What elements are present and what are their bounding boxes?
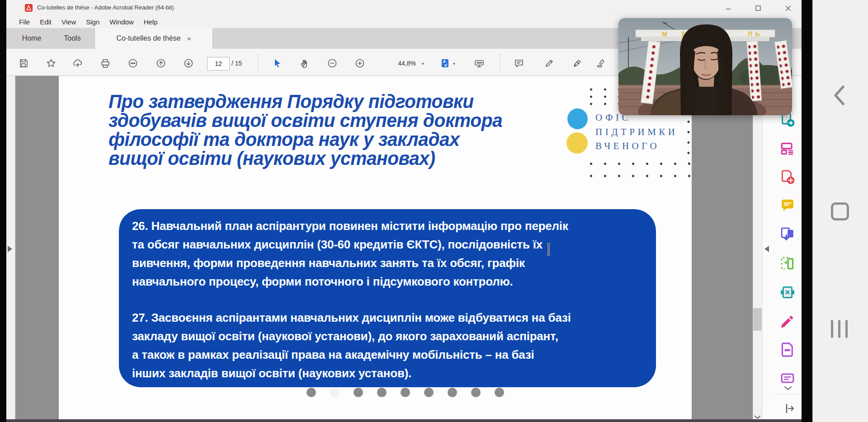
hand-tool-icon[interactable] xyxy=(299,57,311,69)
recents-bars-icon[interactable] xyxy=(831,320,848,338)
create-pdf-icon[interactable] xyxy=(779,169,796,185)
highlight-icon[interactable] xyxy=(543,57,555,69)
webcam-video-frame: М Е ЛЬ xyxy=(618,18,792,115)
select-tool-icon[interactable] xyxy=(271,57,283,69)
find-icon[interactable] xyxy=(127,57,139,69)
zoom-out-icon[interactable] xyxy=(326,57,338,69)
window-bottom-edge xyxy=(6,419,802,422)
paragraph-26-line: та обсяг навчальних дисциплін (30-60 кре… xyxy=(132,235,542,254)
page-fit-icon[interactable] xyxy=(439,57,451,69)
logo-yellow-circle xyxy=(566,132,588,154)
tab-tools[interactable]: Tools xyxy=(58,28,87,49)
tab-document-label: Co-tutelles de thèse xyxy=(116,34,180,42)
organize-pages-icon[interactable] xyxy=(779,255,796,272)
more-tools-icon[interactable] xyxy=(779,370,796,386)
slide-dot xyxy=(354,388,363,397)
tab-document[interactable]: Co-tutelles de thèse × xyxy=(94,28,213,49)
paragraph-27-line: інших закладів вищої освіти (наукових ус… xyxy=(132,364,411,383)
slide-dot xyxy=(495,388,504,397)
collapse-tools-panel-icon[interactable] xyxy=(764,246,769,254)
star-icon[interactable] xyxy=(45,57,57,69)
slide-dot xyxy=(307,388,316,397)
back-chevron-icon[interactable] xyxy=(833,85,845,108)
vertical-scrollbar-thumb[interactable] xyxy=(753,308,762,331)
presentation-screen-icon[interactable] xyxy=(473,57,485,69)
slide-title-line: філософії та доктора наук у закладах xyxy=(108,130,459,149)
zoom-in-icon[interactable] xyxy=(354,57,366,69)
combine-files-icon[interactable] xyxy=(779,226,796,243)
zoom-dropdown-caret-icon[interactable]: ▾ xyxy=(422,61,424,66)
fill-sign-icon[interactable] xyxy=(779,313,796,329)
slide-page-dots xyxy=(307,387,504,397)
paragraph-27-line: закладу вищої освіти (наукової установи)… xyxy=(132,327,558,346)
home-button-icon[interactable] xyxy=(831,202,849,220)
panel-divider xyxy=(774,394,800,394)
slide-dot xyxy=(424,388,434,397)
slide-title-line: здобувачів вищої освіти ступеня доктора xyxy=(108,111,502,130)
paragraph-27-line: а також в рамках реалізації права на ака… xyxy=(132,346,534,364)
toolbar-separator xyxy=(500,53,500,71)
slide-title-line: вищої освіти (наукових установах) xyxy=(108,149,435,168)
minimize-icon[interactable] xyxy=(719,4,737,13)
paragraph-26-line: 26. Навчальний план аспірантури повинен … xyxy=(132,217,568,235)
print-icon[interactable] xyxy=(99,57,111,69)
arch-text-right: ЛЬ xyxy=(748,30,763,38)
logo-dot-pattern xyxy=(685,117,692,163)
paragraph-26-line: навчального процесу, форми поточного і п… xyxy=(132,272,513,291)
logo-dot-pattern xyxy=(584,158,693,178)
page-fit-caret-icon[interactable]: ▾ xyxy=(453,61,455,66)
zoom-level-value[interactable]: 44,8% xyxy=(382,60,416,67)
menu-window[interactable]: Window xyxy=(109,18,133,26)
edit-pdf-icon[interactable] xyxy=(779,141,796,157)
slide-dot xyxy=(471,388,481,397)
vertical-scrollbar[interactable] xyxy=(753,76,762,419)
page-total-label: / 15 xyxy=(231,60,242,67)
comment-icon[interactable] xyxy=(513,57,525,69)
page-number-input[interactable] xyxy=(207,57,230,70)
next-page-icon[interactable] xyxy=(183,57,194,69)
compress-pdf-icon[interactable] xyxy=(779,284,796,300)
open-panel-icon[interactable] xyxy=(785,403,795,415)
menu-edit[interactable]: Edit xyxy=(40,18,52,26)
share-file-icon[interactable] xyxy=(72,57,84,69)
toolbar-separator xyxy=(258,53,258,71)
close-icon[interactable] xyxy=(779,4,797,13)
logo-text-line: ПІДТРИМКИ xyxy=(595,127,678,138)
adobe-pdf-icon xyxy=(25,4,33,14)
webcam-video-overlay[interactable]: М Е ЛЬ xyxy=(618,18,792,115)
slide-dot xyxy=(401,388,410,397)
logo-blue-circle xyxy=(567,108,588,129)
slide-dot xyxy=(448,388,457,397)
ibeam-cursor xyxy=(545,243,552,258)
menu-view[interactable]: View xyxy=(61,18,76,26)
scroll-down-icon[interactable] xyxy=(755,413,760,421)
menu-file[interactable]: File xyxy=(19,18,30,26)
expand-left-pane-icon[interactable] xyxy=(8,246,12,254)
logo-text-line: ВЧЕНОГО xyxy=(595,141,660,152)
menu-help[interactable]: Help xyxy=(144,18,158,26)
tab-home[interactable]: Home xyxy=(17,28,46,49)
previous-page-icon[interactable] xyxy=(155,57,167,69)
paragraph-27-line: 27. Засвоєння аспірантами навчальних дис… xyxy=(132,309,571,327)
comment-icon[interactable] xyxy=(779,198,796,214)
slide-dot xyxy=(377,388,387,397)
fill-sign-icon[interactable] xyxy=(571,57,583,69)
slide-title-line: Про затвердження Порядку підготовки xyxy=(108,92,474,111)
save-icon[interactable] xyxy=(18,57,29,69)
slide-dot xyxy=(330,388,340,397)
window-title: Co-tutelles de thèse - Adobe Acrobat Rea… xyxy=(37,4,174,11)
redact-icon[interactable] xyxy=(779,342,796,358)
maximize-icon[interactable] xyxy=(749,4,767,13)
menu-bar-items: File Edit View Sign Window Help xyxy=(19,16,158,28)
tab-close-icon[interactable]: × xyxy=(187,35,191,42)
stamp-icon[interactable] xyxy=(595,57,607,69)
paragraph-26-line: вивчення, форми проведення навчальних за… xyxy=(132,254,525,272)
menu-sign[interactable]: Sign xyxy=(86,18,99,26)
